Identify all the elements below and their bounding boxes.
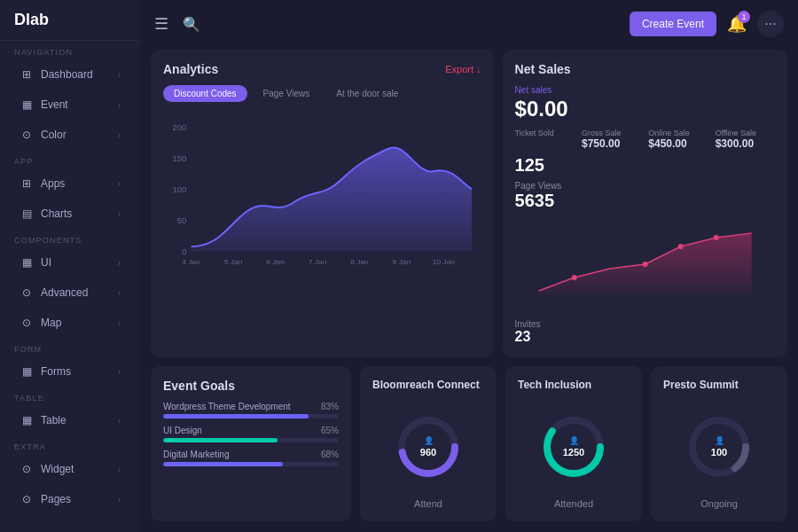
event-goals-title: Event Goals <box>163 379 339 393</box>
svg-text:👤: 👤 <box>569 435 580 446</box>
sidebar-label-advanced: Advanced <box>41 286 88 299</box>
goal-progress-fill-2 <box>163 462 283 466</box>
goal-pct-0: 83% <box>321 402 339 411</box>
goal-progress-bar-0 <box>163 414 339 419</box>
tab-at-door-sale[interactable]: At the door sale <box>325 85 409 102</box>
sidebar-item-advanced[interactable]: ⊙ Advanced › <box>5 278 135 307</box>
svg-text:50: 50 <box>177 216 187 225</box>
analytics-tab-bar: Discount Codes Page Views At the door sa… <box>163 85 481 102</box>
sidebar-item-charts[interactable]: ▤ Charts › <box>5 200 135 228</box>
sidebar-item-ui[interactable]: ▦ UI › <box>5 248 135 277</box>
chevron-apps-icon: › <box>118 179 121 189</box>
chevron-map-icon: › <box>118 318 121 328</box>
goal-label-row-0: Wordpress Theme Development 83% <box>163 402 339 411</box>
sidebar-label-forms: Forms <box>41 365 71 378</box>
app-logo: Dlab <box>0 0 140 41</box>
menu-icon[interactable]: ☰ <box>154 14 168 34</box>
sidebar-label-table: Table <box>41 414 66 426</box>
net-sales-value: $0.00 <box>515 97 775 121</box>
sidebar-item-forms[interactable]: ▦ Forms › <box>5 357 135 386</box>
notification-button[interactable]: 🔔 1 <box>727 14 747 34</box>
event-icon: ▦ <box>20 98 34 112</box>
more-options-button[interactable]: ··· <box>757 11 784 37</box>
bloomreach-status: Attend <box>414 498 442 509</box>
goals-list: Wordpress Theme Development 83% UI Desig… <box>163 402 339 473</box>
chevron-event-icon: › <box>118 100 121 110</box>
charts-icon: ▤ <box>20 207 34 221</box>
tech-inclusion-status: Attended <box>554 498 593 509</box>
pages-icon: ⊙ <box>20 492 34 506</box>
chevron-forms-icon: › <box>118 367 121 377</box>
bloomreach-card: Bloomreach Connect 👤 960 Attend <box>360 366 497 521</box>
sidebar-item-widget[interactable]: ⊙ Widget › <box>5 455 135 483</box>
sidebar: Dlab NAVIGATION ⊞ Dashboard › ▦ Event › … <box>0 0 140 532</box>
sidebar-item-pages[interactable]: ⊙ Pages › <box>5 485 135 513</box>
sidebar-label-ui: UI <box>41 256 51 269</box>
svg-text:👤: 👤 <box>424 435 434 446</box>
svg-text:0: 0 <box>182 247 186 256</box>
main-content: ☰ 🔍 Create Event 🔔 1 ··· Analytics Expor… <box>140 0 798 532</box>
chevron-ui-icon: › <box>118 258 121 268</box>
svg-text:1250: 1250 <box>563 447 584 458</box>
goal-item-0: Wordpress Theme Development 83% <box>163 402 339 419</box>
goal-label-2: Digital Marketing <box>163 450 229 459</box>
presto-summit-card: Presto Summit 👤 100 Ongoing <box>651 366 787 521</box>
sidebar-item-color[interactable]: ⊙ Color › <box>5 121 135 149</box>
analytics-title: Analytics <box>163 62 218 76</box>
svg-text:6 Jan: 6 Jan <box>266 258 285 266</box>
color-icon: ⊙ <box>20 128 34 142</box>
tab-page-views[interactable]: Page Views <box>253 85 321 102</box>
presto-summit-donut: 👤 100 <box>684 400 755 493</box>
svg-text:👤: 👤 <box>715 435 725 446</box>
chevron-pages-icon: › <box>118 495 121 505</box>
sidebar-label-apps: Apps <box>41 177 65 190</box>
analytics-chart: 200 150 100 50 0 <box>163 109 481 345</box>
sidebar-item-dashboard[interactable]: ⊞ Dashboard › <box>5 60 135 89</box>
svg-text:5 Jan: 5 Jan <box>224 258 243 266</box>
goal-progress-fill-1 <box>163 438 278 442</box>
create-event-button[interactable]: Create Event <box>630 12 716 36</box>
chevron-charts-icon: › <box>118 209 121 219</box>
header: ☰ 🔍 Create Event 🔔 1 ··· <box>151 11 787 37</box>
gross-sale-label: Gross Sale <box>582 129 641 137</box>
goal-label-0: Wordpress Theme Development <box>163 402 291 411</box>
analytics-card: Analytics Export ↓ Discount Codes Page V… <box>151 50 494 357</box>
sidebar-item-event[interactable]: ▦ Event › <box>5 90 135 119</box>
svg-point-17 <box>571 275 576 280</box>
sidebar-item-map[interactable]: ⊙ Map › <box>5 309 135 337</box>
dashboard-icon: ⊞ <box>20 67 34 82</box>
sidebar-item-table[interactable]: ▦ Table › <box>5 406 135 434</box>
chevron-advanced-icon: › <box>118 288 121 298</box>
export-link[interactable]: Export ↓ <box>445 64 481 74</box>
net-sales-chart <box>515 220 775 319</box>
svg-text:960: 960 <box>420 447 436 458</box>
goal-label-1: UI Design <box>163 426 202 435</box>
sidebar-item-label-pages: ⊙ Pages <box>20 492 71 506</box>
tab-discount-codes[interactable]: Discount Codes <box>163 85 247 102</box>
event-goals-card: Event Goals Wordpress Theme Development … <box>151 366 351 521</box>
sidebar-section-extra: EXTRA <box>0 435 140 454</box>
svg-point-19 <box>677 244 683 249</box>
notification-badge: 1 <box>738 11 750 23</box>
sidebar-label-charts: Charts <box>41 207 72 220</box>
svg-text:4 Jan: 4 Jan <box>182 258 200 266</box>
sidebar-item-label-map: ⊙ Map <box>20 316 61 330</box>
search-icon[interactable]: 🔍 <box>183 16 200 33</box>
sidebar-item-label-dashboard: ⊞ Dashboard <box>20 67 93 82</box>
sidebar-item-label-table: ▦ Table <box>20 413 66 427</box>
svg-text:10 Jan: 10 Jan <box>433 258 456 266</box>
widget-icon: ⊙ <box>20 462 34 476</box>
sidebar-item-apps[interactable]: ⊞ Apps › <box>5 169 135 198</box>
tech-inclusion-card: Tech Inclusion 👤 1250 Attended <box>505 366 642 521</box>
svg-text:100: 100 <box>711 447 727 458</box>
cards-row-2: Event Goals Wordpress Theme Development … <box>151 366 787 521</box>
svg-text:200: 200 <box>173 123 187 132</box>
sales-breakdown-row: Ticket Sold Gross Sale $750.00 Online Sa… <box>515 129 775 150</box>
svg-point-18 <box>642 262 647 267</box>
sidebar-label-event: Event <box>41 98 68 111</box>
sidebar-item-label-ui: ▦ UI <box>20 255 51 270</box>
offline-sale-col: Offline Sale $300.00 <box>716 129 775 150</box>
gross-sale-value: $750.00 <box>582 137 641 150</box>
analytics-card-header: Analytics Export ↓ <box>163 62 481 76</box>
advanced-icon: ⊙ <box>20 286 34 300</box>
